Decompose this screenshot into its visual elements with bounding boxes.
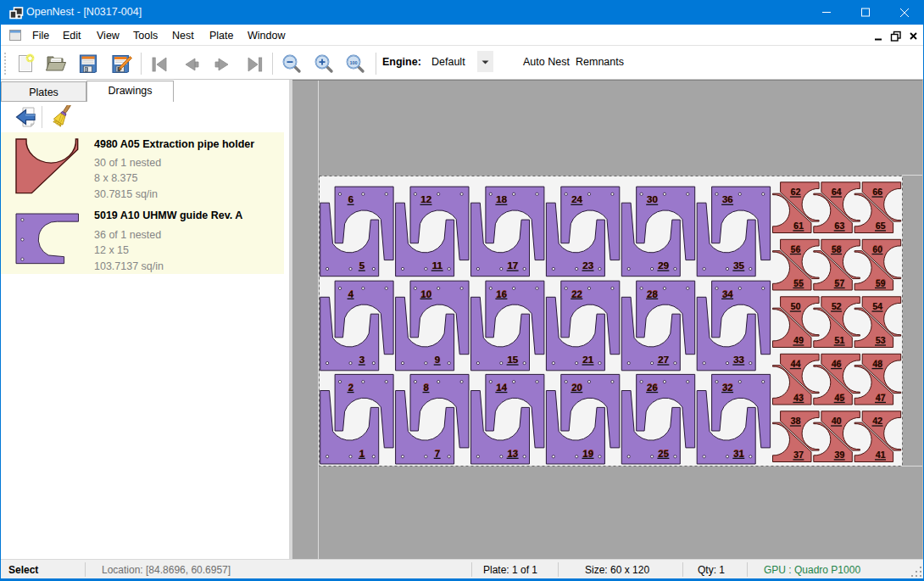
svg-text:40: 40 (831, 416, 841, 426)
svg-text:25: 25 (658, 448, 669, 458)
svg-text:58: 58 (831, 243, 841, 254)
svg-text:17: 17 (507, 260, 518, 271)
svg-text:51: 51 (834, 335, 844, 345)
svg-text:11: 11 (431, 260, 443, 271)
svg-text:52: 52 (831, 301, 841, 311)
svg-text:57: 57 (834, 277, 844, 288)
svg-text:54: 54 (872, 301, 882, 311)
svg-text:3: 3 (359, 355, 364, 365)
svg-text:14: 14 (496, 382, 507, 392)
svg-text:18: 18 (496, 194, 507, 204)
svg-text:27: 27 (658, 355, 669, 365)
svg-text:45: 45 (834, 392, 844, 402)
svg-text:38: 38 (790, 416, 800, 426)
svg-text:23: 23 (582, 260, 593, 271)
svg-text:30: 30 (646, 194, 657, 204)
svg-text:47: 47 (875, 392, 885, 402)
svg-text:9: 9 (434, 355, 439, 365)
svg-text:56: 56 (790, 243, 800, 254)
svg-text:32: 32 (721, 382, 732, 392)
svg-text:34: 34 (721, 288, 732, 299)
svg-text:43: 43 (793, 392, 804, 402)
svg-text:41: 41 (875, 450, 885, 460)
svg-text:62: 62 (790, 187, 800, 197)
svg-text:59: 59 (875, 277, 885, 288)
svg-text:60: 60 (872, 243, 882, 254)
svg-text:50: 50 (790, 301, 800, 311)
svg-text:44: 44 (790, 358, 800, 368)
svg-text:35: 35 (732, 260, 743, 271)
svg-text:15: 15 (507, 355, 518, 365)
svg-text:5: 5 (359, 260, 365, 271)
svg-text:10: 10 (420, 288, 431, 299)
svg-text:16: 16 (496, 288, 507, 299)
svg-text:33: 33 (732, 355, 743, 365)
svg-text:46: 46 (831, 358, 841, 368)
svg-text:19: 19 (582, 448, 593, 458)
svg-text:29: 29 (658, 260, 669, 271)
svg-text:64: 64 (831, 187, 841, 197)
svg-text:66: 66 (872, 187, 882, 197)
svg-text:53: 53 (875, 335, 885, 345)
svg-text:12: 12 (420, 194, 431, 204)
svg-text:28: 28 (646, 288, 657, 299)
svg-text:26: 26 (646, 382, 657, 392)
svg-text:31: 31 (732, 448, 743, 458)
svg-text:8: 8 (423, 382, 429, 392)
svg-text:2: 2 (348, 382, 353, 392)
svg-text:65: 65 (875, 221, 885, 231)
svg-text:6: 6 (348, 194, 353, 204)
svg-text:55: 55 (793, 277, 804, 288)
svg-text:20: 20 (571, 382, 582, 392)
svg-text:42: 42 (872, 416, 882, 426)
svg-text:1: 1 (359, 448, 365, 458)
svg-text:61: 61 (793, 221, 804, 231)
svg-text:21: 21 (582, 355, 593, 365)
svg-text:49: 49 (793, 335, 804, 345)
svg-text:13: 13 (507, 448, 518, 458)
svg-text:36: 36 (721, 194, 732, 204)
svg-text:63: 63 (834, 221, 844, 231)
svg-text:48: 48 (872, 358, 882, 368)
svg-text:22: 22 (571, 288, 582, 299)
svg-text:100: 100 (349, 60, 357, 65)
svg-text:39: 39 (834, 450, 844, 460)
svg-text:37: 37 (793, 450, 804, 460)
svg-text:24: 24 (571, 194, 582, 204)
svg-text:7: 7 (434, 448, 439, 458)
svg-text:4: 4 (348, 288, 353, 299)
